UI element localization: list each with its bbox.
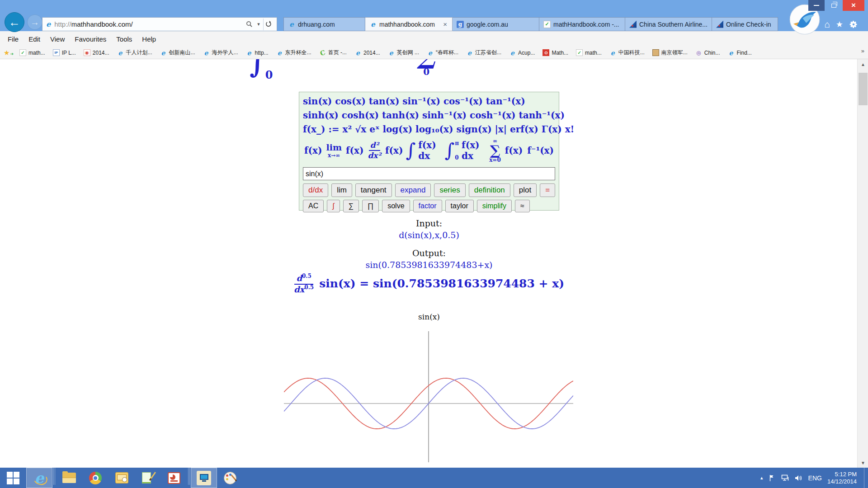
favorite-item[interactable]: 南京领军... bbox=[652, 49, 688, 56]
mathbox-button-simplify[interactable]: simplify bbox=[477, 200, 512, 212]
function-links-row-hyperbolic[interactable]: sinh(x) cosh(x) tanh(x) sinh⁻¹(x) cosh⁻¹… bbox=[302, 109, 556, 121]
favorite-item[interactable]: ✓math... bbox=[19, 49, 45, 56]
mathbox-button-equals[interactable]: = bbox=[540, 183, 555, 197]
function-links-row-trig[interactable]: sin(x) cos(x) tan(x) sin⁻¹(x) cos⁻¹(x) t… bbox=[302, 95, 556, 107]
mathbox-button-integral[interactable]: ∫ bbox=[327, 200, 340, 212]
expression-input[interactable] bbox=[303, 167, 555, 180]
minimize-button[interactable] bbox=[808, 0, 825, 11]
hidden-icons-chevron[interactable]: ▴ bbox=[760, 475, 763, 481]
menu-tools[interactable]: Tools bbox=[111, 33, 137, 45]
mathbox-button-ac[interactable]: AC bbox=[303, 200, 324, 212]
favorite-item[interactable]: C首页 -... bbox=[319, 49, 347, 56]
action-center-flag-icon[interactable] bbox=[769, 474, 776, 482]
favorites-bar-star-icon[interactable]: ★ bbox=[4, 49, 12, 56]
taskbar-paint-button[interactable] bbox=[217, 468, 243, 488]
mathbox-button-product[interactable]: ∏ bbox=[362, 200, 379, 212]
favorite-item[interactable]: e海外学人... bbox=[203, 49, 238, 56]
favorite-item[interactable]: e2014... bbox=[354, 49, 380, 56]
settings-gear-button[interactable] bbox=[849, 20, 858, 29]
taskbar-outlook-button[interactable] bbox=[108, 468, 135, 488]
mathbox-button-approx[interactable]: ≈ bbox=[515, 200, 530, 212]
lower-limit: 0 bbox=[455, 155, 459, 161]
language-indicator[interactable]: ENG bbox=[808, 474, 822, 482]
doc-check-icon: ✓ bbox=[543, 21, 551, 28]
scroll-up-button[interactable]: ▲ bbox=[858, 59, 868, 69]
favorite-item[interactable]: OMath... bbox=[542, 49, 568, 56]
forward-button[interactable]: → bbox=[27, 14, 42, 30]
screen: ← → e http://mathhandbook.com/ ▾ edrhuan… bbox=[0, 0, 868, 488]
restore-button[interactable] bbox=[827, 0, 840, 11]
taskbar-display-switch-button[interactable] bbox=[191, 468, 217, 488]
mathbox-button-factor[interactable]: factor bbox=[413, 200, 442, 212]
taskbar-notes-button[interactable] bbox=[135, 468, 161, 488]
favorites-button[interactable]: ★ bbox=[836, 19, 843, 29]
taskbar-internet-explorer-button[interactable]: e bbox=[26, 468, 52, 488]
taskbar-powerpoint-button[interactable] bbox=[161, 468, 187, 488]
search-button[interactable] bbox=[243, 19, 255, 30]
back-button[interactable]: ← bbox=[5, 12, 24, 32]
input-label: Input: bbox=[299, 218, 559, 228]
favorite-item[interactable]: e江苏省创... bbox=[466, 49, 501, 56]
mathbox-button-ddx[interactable]: d/dx bbox=[303, 183, 328, 197]
tab-mathhandbook-com[interactable]: emathhandbook.com× bbox=[365, 17, 453, 31]
clock[interactable]: 5:12 PM 14/12/2014 bbox=[827, 471, 859, 485]
scroll-down-button[interactable]: ▼ bbox=[858, 458, 868, 468]
refresh-button[interactable] bbox=[263, 19, 275, 30]
menu-view[interactable]: View bbox=[45, 33, 70, 45]
ie-icon: e bbox=[160, 49, 167, 56]
taskbar-chrome-button[interactable] bbox=[82, 468, 108, 488]
favorite-item[interactable]: eFind... bbox=[727, 49, 751, 56]
check-icon: ✓ bbox=[19, 49, 26, 56]
address-bar[interactable]: e http://mathhandbook.com/ ▾ bbox=[42, 17, 277, 31]
menu-help[interactable]: Help bbox=[137, 33, 161, 45]
mathbox-button-expand[interactable]: expand bbox=[395, 183, 431, 197]
favorites-overflow-chevron[interactable]: » bbox=[861, 47, 864, 54]
favorite-item[interactable]: e中国科技... bbox=[609, 49, 645, 56]
favorite-item[interactable]: ✓math... bbox=[576, 49, 602, 56]
favorite-item[interactable]: e千人计划... bbox=[117, 49, 152, 56]
taskbar-file-explorer-button[interactable] bbox=[56, 468, 82, 488]
function-links-row-calculus[interactable]: f(x)limx→∞f(x)d²dx²f(x)∫f(x) dx∫π0f(x) d… bbox=[302, 137, 556, 164]
mathbox-button-solve[interactable]: solve bbox=[382, 200, 410, 212]
tab-china-southern-airline[interactable]: China Southern Airline... bbox=[625, 17, 712, 31]
home-button[interactable]: ⌂ bbox=[824, 19, 830, 30]
fraction-numerator: d² bbox=[369, 141, 380, 151]
favorite-item[interactable]: e创新南山... bbox=[160, 49, 195, 56]
favorite-item[interactable]: e东升杯全... bbox=[276, 49, 311, 56]
tab-close-icon[interactable]: × bbox=[442, 21, 448, 28]
favorite-item[interactable]: ◉2014... bbox=[84, 49, 109, 56]
mathbox-button-definition[interactable]: definition bbox=[469, 183, 510, 197]
tab-google-com-au[interactable]: ggoogle.com.au bbox=[453, 17, 539, 31]
close-button[interactable]: × bbox=[843, 0, 864, 11]
tab-drhuang-com[interactable]: edrhuang.com bbox=[283, 17, 365, 31]
favorite-item[interactable]: ehttp... bbox=[246, 49, 269, 56]
mathbox-button-taylor[interactable]: taylor bbox=[445, 200, 474, 212]
favorite-label: http... bbox=[255, 50, 269, 56]
menu-file[interactable]: File bbox=[3, 33, 24, 45]
favorite-item[interactable]: IPIP L... bbox=[53, 49, 76, 56]
address-dropdown-button[interactable]: ▾ bbox=[255, 21, 262, 27]
mathbox-button-sum[interactable]: ∑ bbox=[343, 200, 359, 212]
favorite-item[interactable]: e英创网 ... bbox=[388, 49, 419, 56]
network-icon[interactable] bbox=[781, 474, 789, 481]
mathbox-button-tangent[interactable]: tangent bbox=[355, 183, 392, 197]
tab-online-check-in[interactable]: Online Check-in bbox=[712, 17, 778, 31]
mathbox-button-series[interactable]: series bbox=[434, 183, 465, 197]
favorite-item[interactable]: ◎Chin... bbox=[695, 49, 720, 56]
mathbox-button-plot[interactable]: plot bbox=[514, 183, 537, 197]
taskbar-start-button[interactable] bbox=[0, 468, 26, 488]
vertical-scrollbar[interactable]: ▲ ▼ bbox=[857, 59, 868, 468]
mathbox-button-lim[interactable]: lim bbox=[331, 183, 352, 197]
menu-favourites[interactable]: Favourites bbox=[70, 33, 111, 45]
ie-icon: e bbox=[509, 49, 516, 56]
volume-icon[interactable] bbox=[795, 475, 803, 481]
tab-mathhandbook-com[interactable]: ✓mathHandbook.com -... bbox=[539, 17, 625, 31]
show-desktop-button[interactable] bbox=[864, 468, 867, 488]
function-links-row-misc[interactable]: f(x_) := x² √x eˣ log(x) log₁₀(x) sign(x… bbox=[302, 123, 556, 135]
menu-edit[interactable]: Edit bbox=[24, 33, 45, 45]
favorite-item[interactable]: eAcup... bbox=[509, 49, 535, 56]
address-url[interactable]: http://mathhandbook.com/ bbox=[54, 20, 243, 28]
notes-icon bbox=[142, 472, 154, 484]
scrollbar-thumb[interactable] bbox=[859, 73, 868, 105]
favorite-item[interactable]: e“春晖杯... bbox=[427, 49, 458, 56]
